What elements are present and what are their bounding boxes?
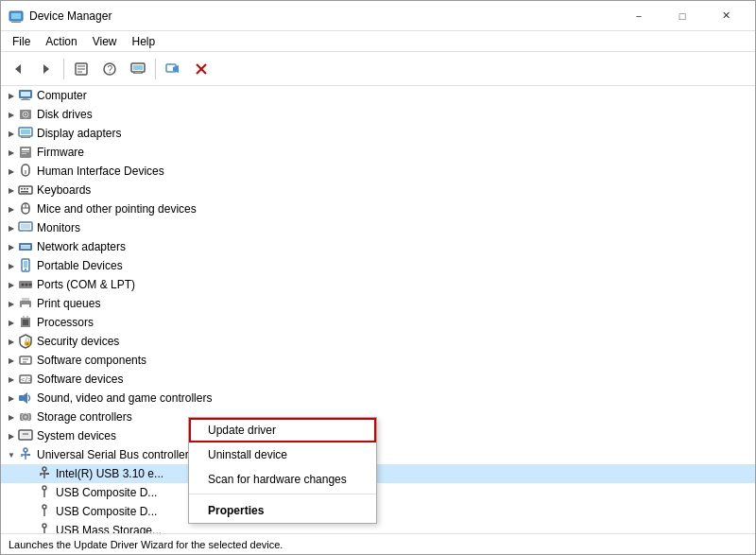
tree-item-sound[interactable]: ▶ Sound, video and game controllers bbox=[1, 389, 755, 408]
tree-toggle-usb-comp2[interactable] bbox=[24, 504, 37, 519]
svg-rect-22 bbox=[23, 98, 28, 99]
svg-rect-84 bbox=[27, 454, 30, 456]
svg-rect-3 bbox=[11, 22, 21, 23]
minimize-button[interactable]: − bbox=[617, 1, 661, 31]
svg-rect-13 bbox=[133, 65, 143, 70]
tree-item-storage[interactable]: ▶ Storage controllers bbox=[1, 408, 755, 426]
context-menu-item-uninstall[interactable]: Uninstall device bbox=[189, 442, 376, 467]
tree-icon-keyboards bbox=[18, 182, 33, 198]
tree-item-sw-comp[interactable]: ▶ Software components bbox=[1, 351, 755, 370]
svg-rect-71 bbox=[19, 395, 24, 401]
tree-label-usb-comp2: USB Composite D... bbox=[56, 505, 157, 518]
tree-icon-display bbox=[18, 126, 33, 141]
tree-item-usb-mass[interactable]: USB Mass Storage... bbox=[1, 521, 755, 533]
tree-item-sw-dev[interactable]: ▶ </> Software devices bbox=[1, 370, 755, 389]
tree-item-portable[interactable]: ▶ Portable Devices bbox=[1, 256, 755, 275]
tree-toggle-security[interactable]: ▶ bbox=[5, 334, 18, 349]
tree-item-ports[interactable]: ▶ Ports (COM & LPT) bbox=[1, 275, 755, 294]
tree-icon-portable bbox=[18, 258, 33, 273]
tree-item-usb-comp1[interactable]: USB Composite D... bbox=[1, 483, 755, 502]
tree-label-sw-comp: Software components bbox=[37, 354, 146, 367]
tree-toggle-storage[interactable]: ▶ bbox=[5, 409, 18, 425]
device-tree[interactable]: ▶ Computer ▶ Disk drives ▶ Display adapt… bbox=[1, 86, 755, 533]
svg-rect-59 bbox=[22, 298, 29, 301]
tree-toggle-usb-comp1[interactable] bbox=[24, 485, 37, 500]
tree-toggle-network[interactable]: ▶ bbox=[5, 239, 18, 254]
svg-point-57 bbox=[29, 284, 32, 286]
tree-toggle-portable[interactable]: ▶ bbox=[5, 258, 18, 273]
svg-rect-29 bbox=[23, 136, 28, 137]
tree-toggle-monitors[interactable]: ▶ bbox=[5, 220, 18, 235]
svg-rect-90 bbox=[46, 473, 49, 475]
svg-rect-2 bbox=[13, 21, 19, 22]
svg-rect-33 bbox=[22, 151, 29, 152]
tree-label-intel-usb: Intel(R) USB 3.10 e... bbox=[56, 467, 163, 480]
svg-point-53 bbox=[25, 269, 26, 270]
tree-item-network[interactable]: ▶ Network adapters bbox=[1, 237, 755, 256]
forward-button[interactable] bbox=[33, 56, 60, 82]
tree-icon-usb-mass bbox=[37, 523, 52, 533]
tree-item-hid[interactable]: ▶ Human Interface Devices bbox=[1, 162, 755, 181]
tree-toggle-print[interactable]: ▶ bbox=[5, 296, 18, 311]
tree-icon-mice bbox=[18, 201, 33, 217]
remove-button[interactable] bbox=[188, 56, 215, 82]
computer-button[interactable] bbox=[125, 56, 151, 82]
tree-item-monitors[interactable]: ▶ Monitors bbox=[1, 218, 755, 237]
tree-label-sound: Sound, video and game controllers bbox=[37, 391, 212, 405]
tree-icon-monitors bbox=[18, 220, 33, 235]
menu-file[interactable]: File bbox=[5, 33, 38, 50]
close-button[interactable]: ✕ bbox=[704, 1, 747, 31]
maximize-button[interactable]: □ bbox=[661, 1, 704, 31]
status-text: Launches the Update Driver Wizard for th… bbox=[9, 539, 283, 550]
tree-item-security[interactable]: ▶ 🔒 Security devices bbox=[1, 332, 755, 351]
tree-toggle-system[interactable]: ▶ bbox=[5, 428, 18, 443]
tree-item-usb[interactable]: ▼ Universal Serial Bus controllers bbox=[1, 445, 755, 464]
tree-toggle-sw-dev[interactable]: ▶ bbox=[5, 372, 18, 387]
context-menu-item-update-driver[interactable]: Update driver bbox=[189, 418, 376, 442]
tree-toggle-mice[interactable]: ▶ bbox=[5, 201, 18, 217]
tree-toggle-computer[interactable]: ▶ bbox=[5, 88, 18, 103]
svg-rect-34 bbox=[22, 153, 26, 154]
menu-action[interactable]: Action bbox=[38, 33, 84, 50]
context-menu-item-scan[interactable]: Scan for hardware changes bbox=[189, 467, 376, 492]
tree-item-mice[interactable]: ▶ Mice and other pointing devices bbox=[1, 199, 755, 218]
menu-view[interactable]: View bbox=[85, 33, 125, 50]
tree-toggle-firmware[interactable]: ▶ bbox=[5, 145, 18, 160]
tree-toggle-sound[interactable]: ▶ bbox=[5, 390, 18, 406]
tree-toggle-display[interactable]: ▶ bbox=[5, 126, 18, 141]
svg-rect-1 bbox=[11, 13, 21, 19]
tree-icon-intel-usb bbox=[37, 466, 52, 481]
tree-item-system[interactable]: ▶ System devices bbox=[1, 426, 755, 445]
tree-item-keyboards[interactable]: ▶ Keyboards bbox=[1, 181, 755, 199]
tree-item-print[interactable]: ▶ Print queues bbox=[1, 294, 755, 313]
tree-icon-sw-comp bbox=[18, 353, 33, 368]
tree-toggle-disk[interactable]: ▶ bbox=[5, 107, 18, 122]
tree-toggle-keyboards[interactable]: ▶ bbox=[5, 182, 18, 198]
back-button[interactable] bbox=[5, 56, 31, 82]
tree-item-processors[interactable]: ▶ Processors bbox=[1, 313, 755, 332]
scan-button[interactable] bbox=[160, 56, 186, 82]
tree-item-firmware[interactable]: ▶ Firmware bbox=[1, 143, 755, 162]
tree-item-disk[interactable]: ▶ Disk drives bbox=[1, 105, 755, 124]
tree-item-intel-usb[interactable]: Intel(R) USB 3.10 e... bbox=[1, 464, 755, 483]
tree-icon-sw-dev: </> bbox=[18, 372, 33, 387]
context-menu-item-properties[interactable]: Properties bbox=[189, 496, 376, 523]
tree-item-display[interactable]: ▶ Display adapters bbox=[1, 124, 755, 143]
tree-toggle-processors[interactable]: ▶ bbox=[5, 315, 18, 330]
svg-point-93 bbox=[43, 505, 46, 509]
tree-toggle-sw-comp[interactable]: ▶ bbox=[5, 353, 18, 368]
tree-toggle-usb-mass[interactable] bbox=[24, 523, 37, 533]
tree-label-firmware: Firmware bbox=[37, 146, 84, 159]
tree-toggle-intel-usb[interactable] bbox=[24, 466, 37, 481]
tree-toggle-hid[interactable]: ▶ bbox=[5, 164, 18, 179]
properties-button[interactable] bbox=[68, 56, 94, 82]
tree-item-usb-comp2[interactable]: USB Composite D... bbox=[1, 502, 755, 521]
help-button[interactable]: ? bbox=[96, 56, 123, 82]
svg-rect-77 bbox=[21, 432, 30, 438]
tree-item-computer[interactable]: ▶ Computer bbox=[1, 86, 755, 105]
tree-toggle-usb[interactable]: ▼ bbox=[5, 447, 18, 462]
tree-toggle-ports[interactable]: ▶ bbox=[5, 277, 18, 292]
svg-rect-21 bbox=[21, 92, 30, 96]
tree-label-print: Print queues bbox=[37, 297, 100, 310]
menu-help[interactable]: Help bbox=[125, 33, 163, 50]
